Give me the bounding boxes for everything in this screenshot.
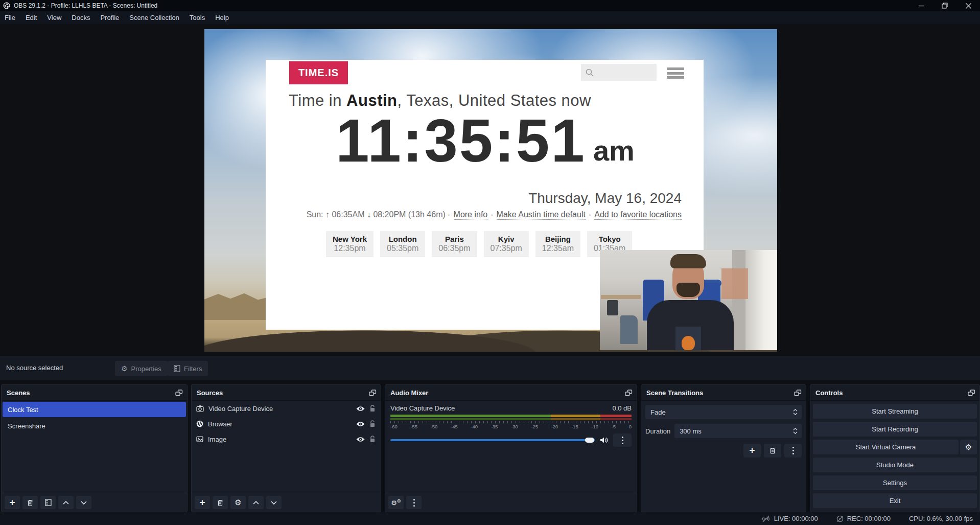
popout-icon[interactable] — [968, 390, 975, 396]
spin-arrows-icon[interactable] — [788, 428, 802, 434]
menu-tools[interactable]: Tools — [184, 11, 210, 24]
remove-transition-button[interactable] — [764, 444, 781, 458]
menu-edit[interactable]: Edit — [20, 11, 42, 24]
live-clock: 11:35:51 am — [289, 107, 682, 174]
timeis-logo: TIME.IS — [289, 61, 348, 84]
sources-dock: Sources Video Capture Device Browser — [191, 384, 381, 512]
make-default-link: Make Austin time default — [497, 210, 586, 220]
source-properties-button[interactable]: ⚙ — [230, 496, 246, 509]
add-transition-button[interactable]: + — [743, 444, 761, 458]
office-window — [745, 250, 777, 350]
popout-icon[interactable] — [369, 390, 377, 396]
speaker-icon[interactable] — [600, 437, 609, 444]
add-source-button[interactable]: + — [195, 496, 210, 509]
chevron-up-icon — [253, 501, 259, 505]
gear-icon: ⚙ — [121, 364, 128, 373]
trash-icon — [27, 499, 33, 506]
menu-scene-collection[interactable]: Scene Collection — [124, 11, 184, 24]
office-chair — [607, 300, 618, 315]
mixer-menu-button[interactable] — [406, 496, 422, 509]
eye-icon[interactable] — [356, 421, 365, 427]
popout-icon[interactable] — [625, 390, 633, 396]
close-button[interactable] — [956, 0, 980, 11]
virtual-camera-settings-button[interactable]: ⚙ — [960, 440, 977, 454]
source-row-video-capture[interactable]: Video Capture Device — [192, 401, 381, 416]
menubar: File Edit View Docks Profile Scene Colle… — [0, 11, 980, 24]
source-row-image[interactable]: Image — [192, 431, 381, 447]
preview-area: TIME.IS Time in Austin, Texas, United St… — [0, 24, 980, 356]
start-recording-button[interactable]: Start Recording — [813, 422, 977, 437]
dots-vertical-icon — [413, 499, 415, 507]
lock-unlocked-icon[interactable] — [369, 405, 376, 412]
transition-properties-button[interactable] — [784, 444, 802, 458]
scene-item-screenshare[interactable]: Screenshare — [3, 418, 186, 433]
menu-view[interactable]: View — [42, 11, 66, 24]
obs-logo-icon — [3, 2, 10, 9]
transition-select[interactable]: Fade — [645, 405, 802, 419]
settings-button[interactable]: Settings — [813, 475, 977, 490]
volume-slider[interactable] — [390, 439, 595, 441]
webcam-video-capture-overlay[interactable] — [600, 250, 777, 350]
mixer-channel-menu-button[interactable] — [613, 433, 632, 447]
camera-icon — [196, 405, 204, 412]
city-tile-new-york: New York12:35pm — [326, 231, 374, 257]
office-wall — [721, 268, 748, 299]
select-arrows-icon — [788, 409, 802, 415]
meter-scale-labels: -60-55-50-45-40-35-30-25-20-15-10-50 — [390, 424, 632, 429]
move-scene-down-button[interactable] — [76, 496, 91, 509]
move-source-down-button[interactable] — [266, 496, 282, 509]
menu-profile[interactable]: Profile — [95, 11, 124, 24]
preview-canvas[interactable]: TIME.IS Time in Austin, Texas, United St… — [204, 29, 777, 352]
scene-item-clock-test[interactable]: Clock Test — [3, 402, 186, 417]
lock-unlocked-icon[interactable] — [369, 436, 376, 443]
remove-scene-button[interactable] — [22, 496, 38, 509]
city-tile-london: London05:35pm — [380, 231, 425, 257]
remove-source-button[interactable] — [213, 496, 228, 509]
city-tile-kyiv: Kyiv07:35pm — [484, 231, 529, 257]
office-table — [601, 295, 641, 299]
popout-icon[interactable] — [794, 390, 802, 396]
scene-transitions-dock: Scene Transitions Fade Duration 300 ms — [641, 384, 806, 512]
volume-meter-bar-2 — [390, 418, 632, 420]
window-title: OBS 29.1.2 - Profile: LLHLS BETA - Scene… — [14, 2, 157, 9]
add-scene-button[interactable]: + — [5, 496, 20, 509]
selected-source-toolbar: No source selected ⚙ Properties Filters — [0, 356, 980, 380]
properties-button[interactable]: ⚙ Properties — [115, 361, 168, 376]
dots-vertical-icon — [792, 447, 794, 454]
start-streaming-button[interactable]: Start Streaming — [813, 404, 977, 419]
maximize-button[interactable] — [933, 0, 956, 11]
current-date: Thursday, May 16, 2024 — [528, 190, 682, 207]
lock-unlocked-icon[interactable] — [369, 420, 376, 427]
trash-icon — [217, 499, 223, 506]
sun-info-row: Sun: ↑ 06:35AM ↓ 08:20PM (13h 46m) - Mor… — [289, 210, 682, 220]
eye-icon[interactable] — [356, 437, 365, 442]
move-scene-up-button[interactable] — [58, 496, 74, 509]
advanced-audio-properties-button[interactable]: ⚙⚙ — [388, 496, 404, 509]
duration-spinbox[interactable]: 300 ms — [674, 424, 802, 438]
live-status: LIVE: 00:00:00 — [761, 515, 818, 522]
studio-mode-button[interactable]: Studio Mode — [813, 458, 977, 472]
double-gear-icon: ⚙⚙ — [391, 498, 401, 507]
gear-icon: ⚙ — [965, 443, 972, 452]
scene-transitions-title: Scene Transitions — [646, 389, 703, 397]
hamburger-menu-icon — [667, 67, 684, 79]
menu-file[interactable]: File — [0, 11, 20, 24]
dots-vertical-icon — [622, 437, 623, 444]
eye-icon[interactable] — [356, 406, 365, 412]
volume-slider-handle[interactable] — [585, 438, 594, 443]
exit-button[interactable]: Exit — [813, 493, 977, 508]
controls-dock: Controls Start Streaming Start Recording… — [810, 384, 980, 512]
popout-icon[interactable] — [175, 390, 183, 396]
menu-help[interactable]: Help — [210, 11, 234, 24]
move-source-up-button[interactable] — [248, 496, 264, 509]
filters-button[interactable]: Filters — [168, 361, 208, 376]
source-row-browser[interactable]: Browser — [192, 416, 381, 431]
person-beard — [676, 283, 700, 297]
office-pillar — [732, 250, 745, 350]
city-tile-paris: Paris06:35pm — [432, 231, 477, 257]
start-virtual-camera-button[interactable]: Start Virtual Camera — [813, 440, 959, 454]
minimize-button[interactable] — [909, 0, 933, 11]
rec-status: REC: 00:00:00 — [836, 515, 891, 522]
menu-docks[interactable]: Docks — [66, 11, 95, 24]
scene-filters-button[interactable] — [40, 496, 56, 509]
